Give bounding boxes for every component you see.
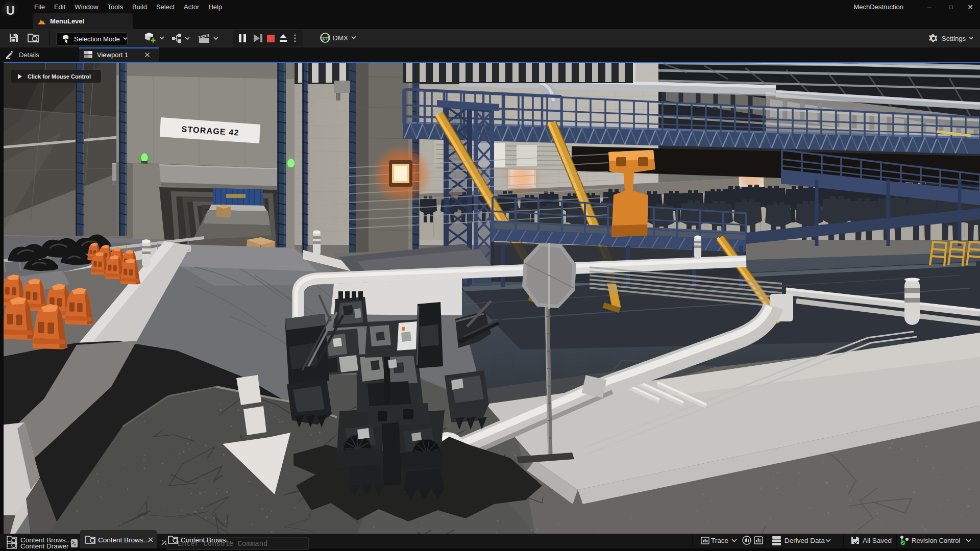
svg-text:Derived Data: Derived Data (785, 537, 825, 544)
svg-text:DMX: DMX (333, 34, 348, 42)
svg-text:All Saved: All Saved (863, 537, 892, 544)
svg-text:Revision Control: Revision Control (912, 537, 960, 544)
svg-text:Content Drawer: Content Drawer (20, 542, 69, 550)
svg-text:Trace: Trace (711, 537, 728, 544)
svg-text:Content Brows...: Content Brows... (98, 536, 149, 544)
svg-text:Content Brows...: Content Brows... (181, 536, 232, 544)
